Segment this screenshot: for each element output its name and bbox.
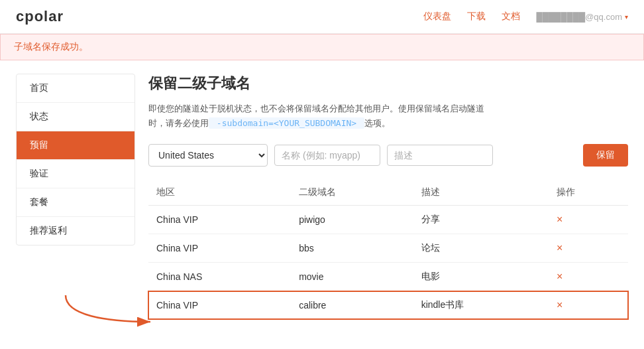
form-row: United States China VIP China NAS 保留 — [148, 144, 628, 167]
cell-action: × — [549, 234, 628, 263]
table-row: China VIPcalibrekindle书库× — [148, 291, 628, 320]
arrow-annotation — [52, 289, 158, 328]
table-row: China VIPbbs论坛× — [148, 234, 628, 263]
nav-dashboard[interactable]: 仪表盘 — [423, 11, 451, 23]
subdomain-name-input[interactable] — [274, 145, 380, 166]
subdomain-desc-input[interactable] — [387, 145, 493, 166]
sidebar: 首页 状态 预留 验证 套餐 推荐返利 — [16, 74, 135, 245]
cell-region: China VIP — [148, 291, 291, 320]
logo: cpolar — [16, 8, 64, 25]
cell-description: 论坛 — [413, 234, 549, 263]
table-row: China VIPpiwigo分享× — [148, 206, 628, 234]
user-email: ████████@qq.com — [536, 12, 622, 22]
sidebar-item-reserve[interactable]: 预留 — [17, 131, 134, 160]
sidebar-item-home[interactable]: 首页 — [17, 74, 134, 103]
col-description: 描述 — [413, 180, 549, 206]
col-subdomain: 二级域名 — [291, 180, 413, 206]
sidebar-item-verify[interactable]: 验证 — [17, 160, 134, 188]
cell-description: 电影 — [413, 263, 549, 291]
page-title: 保留二级子域名 — [148, 74, 628, 94]
header: cpolar 仪表盘 下载 文档 ████████@qq.com ▾ — [0, 0, 644, 34]
nav-download[interactable]: 下载 — [467, 11, 486, 23]
delete-button[interactable]: × — [557, 299, 563, 311]
chevron-down-icon: ▾ — [625, 13, 628, 21]
cell-action: × — [549, 263, 628, 291]
success-banner: 子域名保存成功。 — [0, 34, 644, 60]
cell-description: kindle书库 — [413, 291, 549, 320]
table-row: China NASmovie电影× — [148, 263, 628, 291]
content: 保留二级子域名 即使您的隧道处于脱机状态，也不会将保留域名分配给其他用户。使用保… — [148, 74, 628, 319]
data-table: 地区 二级域名 描述 操作 China VIPpiwigo分享×China VI… — [148, 180, 628, 319]
save-button[interactable]: 保留 — [583, 144, 628, 167]
col-region: 地区 — [148, 180, 291, 206]
cell-subdomain: calibre — [291, 291, 413, 320]
cell-description: 分享 — [413, 206, 549, 234]
cell-region: China VIP — [148, 206, 291, 234]
sidebar-item-plan[interactable]: 套餐 — [17, 188, 134, 217]
cell-action: × — [549, 206, 628, 234]
delete-button[interactable]: × — [557, 271, 563, 283]
page-description: 即使您的隧道处于脱机状态，也不会将保留域名分配给其他用户。使用保留域名启动隧道 … — [148, 102, 628, 131]
cell-subdomain: piwigo — [291, 206, 413, 234]
nav-docs[interactable]: 文档 — [502, 11, 520, 23]
cell-subdomain: movie — [291, 263, 413, 291]
delete-button[interactable]: × — [557, 242, 563, 254]
sidebar-item-referral[interactable]: 推荐返利 — [17, 217, 134, 245]
main-layout: 首页 状态 预留 验证 套餐 推荐返利 保留二级子域名 即使您的隧道处于脱机状态… — [0, 60, 644, 332]
header-nav: 仪表盘 下载 文档 ████████@qq.com ▾ — [423, 11, 628, 23]
cell-action: × — [549, 291, 628, 320]
cell-region: China NAS — [148, 263, 291, 291]
sidebar-item-status[interactable]: 状态 — [17, 103, 134, 131]
delete-button[interactable]: × — [557, 214, 563, 226]
region-select[interactable]: United States China VIP China NAS — [148, 144, 268, 167]
col-action: 操作 — [549, 180, 628, 206]
cell-region: China VIP — [148, 234, 291, 263]
cell-subdomain: bbs — [291, 234, 413, 263]
user-menu[interactable]: ████████@qq.com ▾ — [536, 12, 628, 22]
